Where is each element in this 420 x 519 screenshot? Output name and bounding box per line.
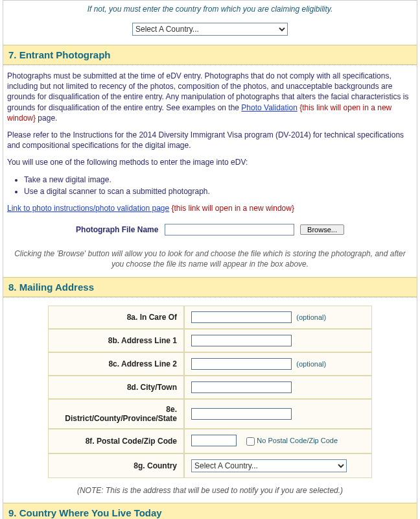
sec7-para1: Photographs must be submitted at the tim… xyxy=(7,71,413,123)
optional-note: (optional) xyxy=(296,360,326,368)
label-8g: 8g. Country xyxy=(48,453,184,478)
mailing-address-table: 8a. In Care Of (optional) 8b. Address Li… xyxy=(48,306,372,478)
table-row: 8f. Postal Code/Zip Code No Postal Code/… xyxy=(48,429,372,453)
section-7-body: Photographs must be submitted at the tim… xyxy=(3,66,417,245)
no-postal-code-checkbox[interactable] xyxy=(246,437,255,446)
method-item: Take a new digital image. xyxy=(24,175,413,185)
new-window-note-2: {this link will open in a new window} xyxy=(172,204,294,213)
label-8d: 8d. City/Town xyxy=(48,376,184,399)
city-town-input[interactable] xyxy=(191,381,292,393)
browse-button[interactable]: Browse... xyxy=(300,224,344,235)
top-eligibility-note: If not, you must enter the country from … xyxy=(3,1,417,18)
address-line-2-input[interactable] xyxy=(191,358,292,370)
no-postal-code-label[interactable]: No Postal Code/Zip Code xyxy=(244,437,338,444)
method-item: Use a digital scanner to scan a submitte… xyxy=(24,186,413,197)
optional-note: (optional) xyxy=(296,313,326,321)
sec7-methods-list: Take a new digital image. Use a digital … xyxy=(24,175,413,197)
photo-file-name-input[interactable] xyxy=(165,224,294,235)
label-8c: 8c. Address Line 2 xyxy=(48,352,184,376)
label-8e: 8e. District/County/Province/State xyxy=(48,399,184,429)
photo-file-label: Photograph File Name xyxy=(76,225,158,234)
district-state-input[interactable] xyxy=(191,408,292,420)
section-8-title: 8. Mailing Address xyxy=(8,282,412,293)
section-8-header: 8. Mailing Address xyxy=(3,277,417,297)
table-row: 8d. City/Town xyxy=(48,376,372,399)
mailing-address-note: (NOTE: This is the address that will be … xyxy=(3,486,417,503)
browse-hint: Clicking the 'Browse' button will allow … xyxy=(3,245,417,277)
mailing-country-select[interactable]: Select A Country... xyxy=(191,459,347,472)
sec7-link-row: Link to photo instructions/photo validat… xyxy=(7,203,413,213)
sec7-para3: You will use one of the following method… xyxy=(7,157,413,167)
photo-file-row: Photograph File Name Browse... xyxy=(7,220,413,239)
section-7-header: 7. Entrant Photograph xyxy=(3,45,417,65)
label-8a: 8a. In Care Of xyxy=(48,306,184,329)
photo-instructions-link[interactable]: Link to photo instructions/photo validat… xyxy=(7,204,169,213)
eligibility-country-select[interactable]: Select A Country... xyxy=(132,23,288,36)
postal-code-input[interactable] xyxy=(191,435,237,446)
label-8f: 8f. Postal Code/Zip Code xyxy=(48,429,184,453)
photo-validation-link[interactable]: Photo Validation xyxy=(241,103,298,112)
section-7-title: 7. Entrant Photograph xyxy=(8,49,412,60)
address-line-1-input[interactable] xyxy=(191,335,292,346)
section-9-header: 9. Country Where You Live Today xyxy=(3,503,417,519)
table-row: 8b. Address Line 1 xyxy=(48,329,372,352)
form-page: If not, you must enter the country from … xyxy=(3,0,417,519)
eligibility-country-row: Select A Country... xyxy=(3,18,417,45)
section-9-title: 9. Country Where You Live Today xyxy=(8,507,412,518)
table-row: 8g. Country Select A Country... xyxy=(48,453,372,478)
in-care-of-input[interactable] xyxy=(191,311,292,323)
table-row: 8a. In Care Of (optional) xyxy=(48,306,372,329)
label-8b: 8b. Address Line 1 xyxy=(48,329,184,352)
sec7-para2: Please refer to the Instructions for the… xyxy=(7,130,413,151)
table-row: 8e. District/County/Province/State xyxy=(48,399,372,429)
table-row: 8c. Address Line 2 (optional) xyxy=(48,352,372,376)
